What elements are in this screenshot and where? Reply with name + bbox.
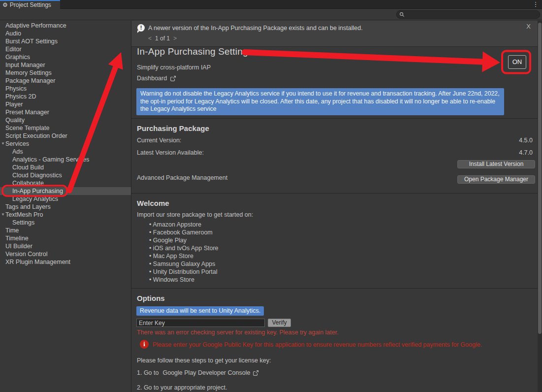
- verify-button[interactable]: Verify: [268, 319, 291, 327]
- pager-count: 1 of 1: [155, 35, 170, 42]
- purchasing-package-title: Purchasing Package: [137, 124, 209, 132]
- welcome-title: Welcome: [137, 199, 169, 207]
- notification-bubble-icon: !: [137, 24, 145, 32]
- welcome-intro: Import our store package to get started …: [137, 211, 253, 218]
- tab-project-settings[interactable]: ⚙ Project Settings: [0, 0, 60, 9]
- page-subtitle: Simplify cross-platform IAP: [137, 64, 211, 71]
- sidebar-item-audio[interactable]: Audio: [0, 30, 131, 37]
- store-list-item: iOS and tvOs App Store: [149, 244, 219, 252]
- license-steps-intro: Please follow these steps to get your li…: [137, 357, 271, 364]
- gear-icon: ⚙: [2, 2, 8, 8]
- advanced-package-management-label: Advanced Package Management: [137, 174, 227, 181]
- sidebar-item-memory-settings[interactable]: Memory Settings: [0, 69, 131, 77]
- sidebar-item-physics[interactable]: Physics: [0, 85, 131, 93]
- tab-title: Project Settings: [10, 1, 51, 8]
- settings-sidebar: Adaptive Performance Audio Burst AOT Set…: [0, 21, 131, 392]
- current-version-value: 4.5.0: [519, 137, 533, 144]
- foldout-triangle-icon[interactable]: ▼: [0, 140, 5, 148]
- page-title: In-App Purchasing Settings: [137, 46, 253, 57]
- license-step-1: 1. Go to Google Play Developer Console: [137, 369, 259, 376]
- iap-on-toggle-button[interactable]: ON: [508, 55, 526, 69]
- latest-version-value: 4.7.0: [519, 149, 533, 156]
- sidebar-item-physics-2d[interactable]: Physics 2D: [0, 93, 131, 100]
- sidebar-item-editor[interactable]: Editor: [0, 45, 131, 53]
- sidebar-item-script-execution-order[interactable]: Script Execution Order: [0, 132, 131, 140]
- external-link-icon: [170, 75, 176, 82]
- store-list-item: Samsung Galaxy Apps: [149, 260, 219, 268]
- install-latest-version-button[interactable]: Install Latest Version: [457, 160, 535, 168]
- external-link-icon: [253, 370, 259, 376]
- sidebar-item-textmeshpro-settings[interactable]: Settings: [0, 219, 131, 227]
- google-play-console-link[interactable]: Google Play Developer Console: [162, 369, 250, 376]
- sidebar-item-legacy-analytics[interactable]: Legacy Analytics: [0, 195, 131, 203]
- sidebar-item-xr-plugin-management[interactable]: XR Plugin Management: [0, 258, 131, 266]
- sidebar-item-tags-and-layers[interactable]: Tags and Layers: [0, 203, 131, 211]
- sidebar-item-graphics[interactable]: Graphics: [0, 53, 131, 61]
- vertical-scrollbar: [538, 21, 542, 392]
- foldout-triangle-icon[interactable]: ▼: [0, 211, 5, 219]
- sidebar-item-version-control[interactable]: Version Control: [0, 250, 131, 258]
- legacy-analytics-warning-box: Warning do not disable the Legacy Analyt…: [136, 88, 504, 115]
- search-icon: [399, 12, 405, 17]
- sidebar-item-player[interactable]: Player: [0, 100, 131, 108]
- open-package-manager-button[interactable]: Open Package Manager: [457, 175, 535, 184]
- section-divider: [131, 193, 538, 194]
- sidebar-item-in-app-purchasing[interactable]: In-App Purchasing: [0, 187, 131, 195]
- sidebar-item-label: TextMesh Pro: [5, 211, 43, 218]
- key-check-error-text: There was an error checking server for e…: [137, 329, 339, 336]
- sidebar-item-cloud-build[interactable]: Cloud Build: [0, 163, 131, 171]
- sidebar-item-preset-manager[interactable]: Preset Manager: [0, 108, 131, 116]
- dashboard-link[interactable]: Dashboard: [137, 75, 176, 82]
- store-list-item: Unity Distribution Portal: [149, 268, 219, 276]
- tab-bar: ⚙ Project Settings ⋮: [0, 0, 542, 9]
- store-list-item: Windows Store: [149, 276, 219, 284]
- sidebar-item-time[interactable]: Time: [0, 227, 131, 234]
- step1-prefix: 1. Go to: [137, 369, 159, 376]
- sidebar-item-scene-template[interactable]: Scene Template: [0, 124, 131, 132]
- section-divider: [131, 288, 538, 289]
- sidebar-item-quality[interactable]: Quality: [0, 116, 131, 124]
- sidebar-item-burst-aot-settings[interactable]: Burst AOT Settings: [0, 37, 131, 45]
- google-key-input[interactable]: [136, 319, 265, 327]
- close-icon[interactable]: X: [526, 23, 531, 30]
- store-list: Amazon Appstore Facebook Gameroom Google…: [149, 221, 219, 284]
- sidebar-item-collaborate[interactable]: Collaborate: [0, 179, 131, 187]
- scrollbar-thumb[interactable]: [538, 23, 542, 334]
- sidebar-item-input-manager[interactable]: Input Manager: [0, 61, 131, 69]
- store-list-item: Amazon Appstore: [149, 221, 219, 229]
- sidebar-item-analytics-gaming-services[interactable]: Analytics - Gaming Services: [0, 156, 131, 163]
- analytics-note-chip: Revenue data will be sent to Unity Analy…: [136, 306, 264, 316]
- google-key-warning-text: Please enter your Google Public Key for …: [153, 341, 482, 348]
- sidebar-item-adaptive-performance[interactable]: Adaptive Performance: [0, 22, 131, 30]
- sidebar-item-ads[interactable]: Ads: [0, 148, 131, 156]
- store-list-item: Mac App Store: [149, 252, 219, 260]
- sidebar-item-services[interactable]: ▼Services: [0, 140, 131, 148]
- section-divider: [131, 118, 538, 119]
- notification-pager: < 1 of 1 >: [148, 35, 177, 42]
- project-settings-window: ⚙ Project Settings ⋮ Adaptive Performanc…: [0, 0, 542, 392]
- pager-prev-icon[interactable]: <: [148, 35, 152, 42]
- store-list-item: Google Play: [149, 236, 219, 244]
- search-input[interactable]: [405, 12, 537, 18]
- sidebar-item-label: Services: [5, 140, 29, 147]
- settings-main-panel: ! A newer version of the In-App Purchasi…: [131, 21, 542, 392]
- sidebar-item-cloud-diagnostics[interactable]: Cloud Diagnostics: [0, 171, 131, 179]
- options-title: Options: [137, 294, 165, 302]
- notification-message: A newer version of the In-App Purchasing…: [148, 25, 363, 32]
- notification-bar: ! A newer version of the In-App Purchasi…: [131, 21, 538, 47]
- license-step-2: 2. Go to your appropriate project.: [137, 384, 227, 391]
- store-list-item: Facebook Gameroom: [149, 229, 219, 236]
- sidebar-item-package-manager[interactable]: Package Manager: [0, 77, 131, 85]
- dashboard-link-label: Dashboard: [137, 75, 167, 82]
- kebab-menu-icon[interactable]: ⋮: [532, 0, 539, 8]
- toolbar: [0, 9, 542, 20]
- error-info-icon: i: [140, 340, 149, 349]
- pager-next-icon[interactable]: >: [173, 35, 177, 42]
- latest-version-label: Latest Version Available:: [137, 149, 204, 156]
- search-field[interactable]: [396, 10, 540, 19]
- current-version-label: Current Version:: [137, 137, 181, 144]
- sidebar-item-timeline[interactable]: Timeline: [0, 234, 131, 242]
- sidebar-item-ui-builder[interactable]: UI Builder: [0, 242, 131, 250]
- sidebar-item-textmesh-pro[interactable]: ▼TextMesh Pro: [0, 211, 131, 219]
